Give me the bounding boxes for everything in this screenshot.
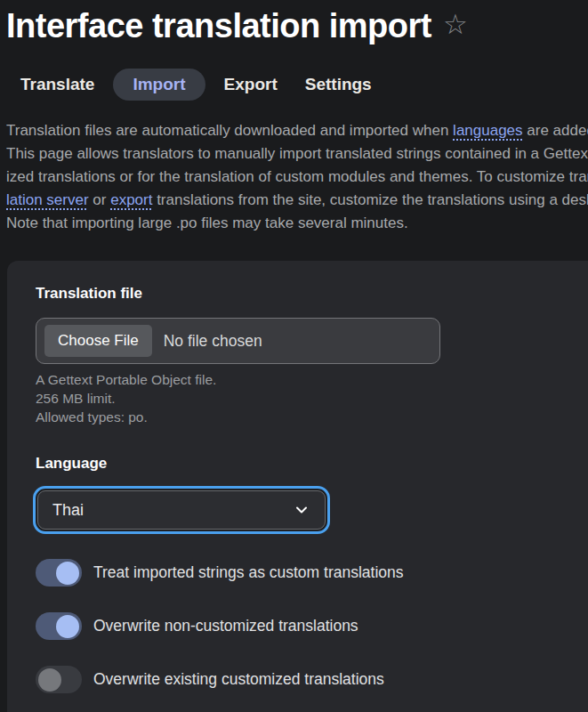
description-text: or — [89, 191, 111, 208]
page-title-text: Interface translation import — [6, 7, 431, 45]
language-select-field: Thai — [37, 490, 326, 530]
language-label: Language — [36, 455, 107, 473]
page-title: Interface translation import ☆ — [6, 7, 467, 45]
file-status-text: No file chosen — [164, 332, 262, 351]
toggle-overwrite-customized[interactable] — [36, 666, 82, 693]
toggle-knob — [56, 615, 79, 638]
toggle-custom-translations-row: Treat imported strings as custom transla… — [36, 559, 404, 587]
description-line: ized translations or for the translation… — [6, 166, 588, 189]
page-description: Translation files are automatically down… — [6, 119, 588, 235]
export-link[interactable]: export — [110, 191, 152, 208]
toggle-label: Treat imported strings as custom transla… — [93, 563, 404, 582]
description-line: This page allows translators to manually… — [6, 142, 588, 166]
description-line: lation server or export translations fro… — [6, 189, 588, 212]
file-desc-line: 256 MB limit. — [36, 389, 216, 408]
description-text: translations from the site, customize th… — [152, 191, 588, 208]
import-form-card: Translation file Choose File No file cho… — [7, 261, 588, 712]
toggle-label: Overwrite non-customized translations — [93, 617, 358, 635]
language-selected-value: Thai — [52, 501, 84, 520]
description-text: are added, or when modules or themes are… — [523, 122, 588, 139]
tab-settings[interactable]: Settings — [305, 69, 372, 101]
description-line: Note that importing large .po files may … — [6, 212, 588, 235]
file-desc-line: Allowed types: po. — [36, 408, 216, 426]
toggle-overwrite-customized-row: Overwrite existing customized translatio… — [36, 666, 384, 693]
translation-file-label: Translation file — [36, 285, 142, 303]
toggle-overwrite-noncustomized-row: Overwrite non-customized translations — [36, 612, 358, 640]
tab-export[interactable]: Export — [224, 69, 278, 101]
translation-file-description: A Gettext Portable Object file. 256 MB l… — [36, 370, 216, 426]
tab-translate[interactable]: Translate — [20, 69, 94, 101]
tab-import[interactable]: Import — [113, 69, 205, 101]
description-line: Translation files are automatically down… — [6, 119, 588, 142]
toggle-label: Overwrite existing customized translatio… — [93, 670, 384, 689]
toggle-custom-translations[interactable] — [36, 559, 82, 587]
languages-link[interactable]: languages — [453, 122, 522, 139]
translation-server-link[interactable]: lation server — [6, 191, 89, 208]
toggle-knob — [56, 562, 79, 585]
toggle-overwrite-noncustomized[interactable] — [36, 612, 82, 640]
star-icon[interactable]: ☆ — [443, 11, 467, 38]
choose-file-button[interactable]: Choose File — [44, 325, 152, 357]
translation-file-input[interactable]: Choose File No file chosen — [36, 318, 440, 364]
toggle-knob — [38, 668, 61, 692]
file-desc-line: A Gettext Portable Object file. — [36, 370, 216, 389]
language-select[interactable]: Thai — [33, 486, 330, 534]
description-text: Translation files are automatically down… — [6, 122, 453, 139]
tab-bar: Translate Import Export Settings — [20, 69, 372, 101]
chevron-down-icon — [293, 501, 310, 519]
